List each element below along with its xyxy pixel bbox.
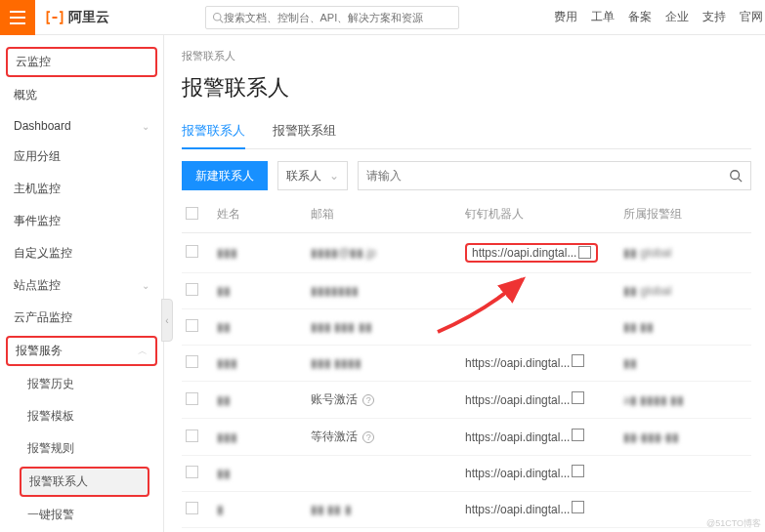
- top-link-cost[interactable]: 费用: [554, 9, 577, 25]
- svg-point-1: [731, 171, 740, 180]
- sidebar: 云监控 概览 Dashboard⌄ 应用分组 主机监控 事件监控 自定义监控 站…: [0, 35, 164, 532]
- copy-icon[interactable]: [574, 503, 584, 513]
- sidebar-product-monitor[interactable]: 云产品监控: [0, 302, 163, 334]
- new-contact-button[interactable]: 新建联系人: [182, 161, 268, 190]
- cell-mail: ▮▮ ▮▮ ▮: [311, 503, 352, 516]
- col-mail: 邮箱: [311, 206, 465, 223]
- table-body: ▮▮▮▮▮▮▮@▮▮.jphttps://oapi.dingtal... ▮▮ …: [182, 233, 751, 532]
- row-checkbox[interactable]: [186, 319, 198, 332]
- table-row: ▮▮▮等待激活 ?https://oapi.dingtal... ▮▮-▮▮▮-…: [182, 419, 751, 456]
- table-row: ▮▮▮▮▮▮▮@▮▮.jphttps://oapi.dingtal... ▮▮ …: [182, 233, 751, 273]
- row-checkbox[interactable]: [186, 392, 198, 405]
- col-ding: 钉钉机器人: [465, 206, 623, 223]
- cell-mail: ▮▮▮ ▮▮▮▮: [311, 356, 361, 370]
- table-row: ▮▮▮▮▮▮ ▮▮▮▮https://oapi.dingtal... ▮▮: [182, 346, 751, 382]
- top-link-icp[interactable]: 备案: [628, 9, 652, 25]
- svg-point-0: [213, 13, 221, 20]
- row-checkbox[interactable]: [186, 355, 198, 368]
- sidebar-dashboard[interactable]: Dashboard⌄: [0, 111, 163, 141]
- menu-toggle-button[interactable]: [0, 0, 35, 35]
- main-content: 报警联系人 报警联系人 报警联系人 报警联系组 新建联系人 联系人⌄ 姓名 邮箱…: [164, 35, 765, 532]
- table-row: ▮▮https://oapi.dingtal...: [182, 456, 751, 492]
- search-icon[interactable]: [729, 169, 743, 183]
- cell-name: ▮▮▮: [217, 430, 237, 444]
- top-link-support[interactable]: 支持: [702, 9, 726, 25]
- cell-group: ▮▮ ▮▮: [623, 320, 654, 334]
- col-name: 姓名: [217, 206, 311, 223]
- cell-ding: https://oapi.dingtal...: [465, 356, 570, 370]
- table-row: ▮▮▮ ▮▮ ▮https://oapi.dingtal...: [182, 492, 751, 528]
- cell-ding: https://oapi.dingtal...: [465, 503, 570, 516]
- copy-icon[interactable]: [574, 430, 584, 441]
- row-checkbox[interactable]: [186, 502, 198, 514]
- sidebar-cloud-monitor[interactable]: 云监控: [6, 47, 157, 77]
- chevron-down-icon: ⌄: [142, 121, 149, 132]
- cell-group: a▮ ▮▮▮▮ ▮▮: [623, 393, 684, 407]
- row-checkbox[interactable]: [186, 466, 198, 478]
- table-row: ▮▮▮▮▮▮▮▮▮▮ ▮▮▮: [182, 528, 751, 532]
- cell-mail: 等待激活: [311, 430, 358, 443]
- cell-name: ▮▮: [217, 393, 231, 407]
- sidebar-event-monitor[interactable]: 事件监控: [0, 205, 163, 237]
- col-group: 所属报警组: [623, 206, 747, 223]
- tabs: 报警联系人 报警联系组: [182, 116, 751, 149]
- sidebar-alarm-template[interactable]: 报警模板: [0, 400, 163, 432]
- cell-ding: https://oapi.dingtal...: [465, 393, 570, 407]
- cell-mail: ▮▮▮▮▮▮▮: [311, 284, 359, 298]
- sidebar-alarm-contact[interactable]: 报警联系人: [20, 467, 149, 497]
- help-icon[interactable]: ?: [362, 431, 374, 443]
- filter-input[interactable]: [366, 169, 729, 183]
- tab-contact-groups[interactable]: 报警联系组: [273, 116, 336, 148]
- sidebar-site-monitor[interactable]: 站点监控⌄: [0, 269, 163, 302]
- sidebar-one-click[interactable]: 一键报警: [0, 499, 163, 531]
- sidebar-collapse-handle[interactable]: ‹: [161, 299, 173, 342]
- help-icon[interactable]: ?: [362, 394, 374, 406]
- copy-icon[interactable]: [574, 393, 584, 404]
- sidebar-app-group[interactable]: 应用分组: [0, 141, 163, 173]
- cell-group: ▮▮ global: [623, 246, 671, 260]
- sidebar-alarm-rule[interactable]: 报警规则: [0, 432, 163, 465]
- top-link-ticket[interactable]: 工单: [591, 9, 615, 25]
- copy-icon[interactable]: [580, 248, 591, 259]
- copy-icon[interactable]: [574, 356, 584, 367]
- row-checkbox[interactable]: [186, 430, 198, 442]
- cell-mail: ▮▮▮▮@▮▮.jp: [311, 246, 376, 260]
- table-row: ▮▮▮▮▮ ▮▮▮ ▮▮▮▮ ▮▮: [182, 309, 751, 346]
- cell-group: ▮▮-▮▮▮-▮▮: [623, 430, 679, 444]
- search-icon: [212, 12, 224, 23]
- sidebar-host-monitor[interactable]: 主机监控: [0, 173, 163, 205]
- logo-text: 阿里云: [68, 9, 109, 26]
- cell-name: ▮▮▮: [217, 356, 237, 370]
- sidebar-overview[interactable]: 概览: [0, 79, 163, 111]
- cell-name: ▮▮: [217, 284, 231, 298]
- row-checkbox[interactable]: [186, 245, 198, 258]
- logo[interactable]: 阿里云: [45, 8, 109, 27]
- select-all-checkbox[interactable]: [186, 207, 198, 220]
- copy-icon[interactable]: [574, 467, 584, 477]
- global-search-input[interactable]: [224, 12, 452, 23]
- cell-mail: 账号激活: [311, 392, 358, 406]
- filter-input-wrap: [358, 161, 751, 190]
- cell-mail: ▮▮▮ ▮▮▮ ▮▮: [311, 320, 372, 334]
- page-title: 报警联系人: [182, 73, 751, 102]
- row-checkbox[interactable]: [186, 283, 198, 296]
- cell-name: ▮▮: [217, 467, 231, 480]
- tab-contacts[interactable]: 报警联系人: [182, 116, 245, 149]
- sidebar-alarm-history[interactable]: 报警历史: [0, 368, 163, 400]
- top-link-enterprise[interactable]: 企业: [665, 9, 689, 25]
- global-search[interactable]: [205, 6, 459, 29]
- cell-ding: https://oapi.dingtal...: [472, 246, 576, 260]
- chevron-down-icon: ⌄: [329, 169, 339, 183]
- chevron-up-icon: ︿: [138, 345, 148, 358]
- table-row: ▮▮▮▮▮▮▮▮▮▮▮ global: [182, 273, 751, 309]
- sidebar-custom-monitor[interactable]: 自定义监控: [0, 237, 163, 269]
- cell-name: ▮▮: [217, 320, 231, 334]
- filter-type-select[interactable]: 联系人⌄: [277, 161, 348, 190]
- cell-name: ▮: [217, 503, 224, 516]
- cell-ding: https://oapi.dingtal...: [465, 467, 570, 480]
- watermark: @51CTO博客: [706, 517, 761, 530]
- chevron-down-icon: ⌄: [142, 280, 149, 291]
- cell-name: ▮▮▮: [217, 246, 237, 260]
- top-link-site[interactable]: 官网: [740, 9, 763, 25]
- sidebar-alarm-service[interactable]: 报警服务︿: [6, 336, 157, 366]
